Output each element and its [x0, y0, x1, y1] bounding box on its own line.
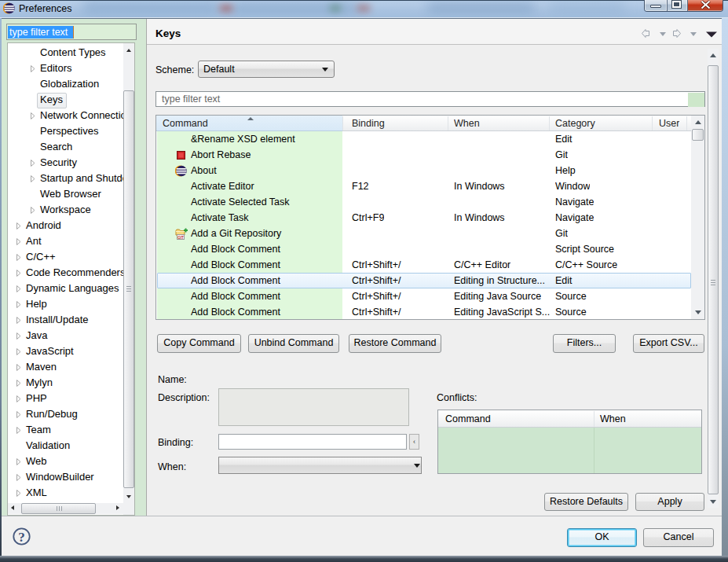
svg-text:?: ? [18, 530, 25, 545]
svg-text:GIT: GIT [177, 236, 184, 240]
